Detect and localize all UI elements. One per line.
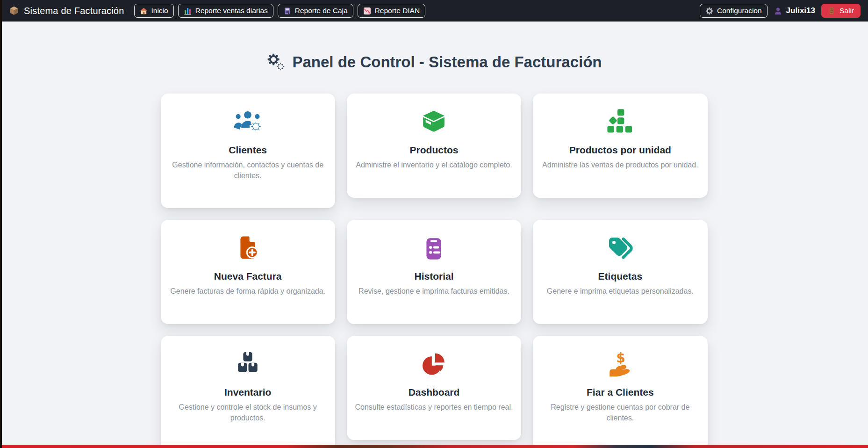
card-title: Historial xyxy=(353,270,515,282)
card-etiquetas[interactable]: EtiquetasGenere e imprima etiquetas pers… xyxy=(533,220,707,324)
hand-dollar-icon: $ xyxy=(539,351,701,380)
box-open-icon xyxy=(353,108,515,137)
card-title: Clientes xyxy=(167,144,329,156)
cubes-stacked-icon xyxy=(539,108,701,137)
bar-chart-icon xyxy=(184,7,192,15)
card-clientes[interactable]: ClientesGestione información, contactos … xyxy=(161,94,335,208)
chart-down-icon xyxy=(363,7,371,15)
main-content: Panel de Control - Sistema de Facturació… xyxy=(0,22,868,448)
tags-icon xyxy=(539,235,701,264)
gears-icon xyxy=(266,52,286,72)
card-inventario[interactable]: InventarioGestione y controle el stock d… xyxy=(161,336,335,448)
card-description: Genere facturas de forma rápida y organi… xyxy=(167,286,329,297)
nav-menu: InicioReporte ventas diariasReporte de C… xyxy=(134,4,426,18)
calculator-icon xyxy=(283,7,291,15)
card-description: Registre y gestione cuentas por cobrar d… xyxy=(539,402,701,423)
svg-text:$: $ xyxy=(616,351,625,366)
window-left-edge xyxy=(0,0,2,448)
card-historial[interactable]: HistorialRevise, gestione e imprima fact… xyxy=(347,220,521,324)
cards-grid: ClientesGestione información, contactos … xyxy=(161,94,708,448)
navbar: Sistema de Facturación InicioReporte ven… xyxy=(0,0,868,22)
config-button[interactable]: Configuracion xyxy=(700,4,768,18)
gear-icon xyxy=(705,7,713,15)
card-description: Revise, gestione e imprima facturas emit… xyxy=(353,286,515,297)
navbar-right: Configuracion Julixi13 Salir xyxy=(700,4,861,18)
card-description: Genere e imprima etiquetas personalizada… xyxy=(539,286,701,297)
home-icon xyxy=(140,7,148,15)
username: Julixi13 xyxy=(786,6,815,15)
card-description: Gestione y controle el stock de insumos … xyxy=(167,402,329,423)
card-productos[interactable]: ProductosAdministre el inventario y el c… xyxy=(347,94,521,198)
user-chip: Julixi13 xyxy=(774,6,815,15)
card-productos-por-unidad[interactable]: Productos por unidadAdministre las venta… xyxy=(533,94,707,198)
card-description: Administre las ventas de productos por u… xyxy=(539,160,701,171)
user-icon xyxy=(774,7,782,15)
app-brand: Sistema de Facturación xyxy=(9,6,124,16)
file-plus-icon xyxy=(167,235,329,264)
card-title: Fiar a Clientes xyxy=(539,386,701,398)
nav-button-label: Reporte ventas diarias xyxy=(195,7,268,15)
card-title: Inventario xyxy=(167,386,329,398)
card-description: Consulte estadísticas y reportes en tiem… xyxy=(353,402,515,413)
nav-button-label: Inicio xyxy=(151,7,168,15)
page-title-label: Panel de Control - Sistema de Facturació… xyxy=(293,53,602,71)
nav-button-reporte-de-caja[interactable]: Reporte de Caja xyxy=(278,4,353,18)
nav-button-inicio[interactable]: Inicio xyxy=(134,4,174,18)
footer-accent-bar xyxy=(0,445,868,448)
logout-button-label: Salir xyxy=(839,7,854,15)
nav-button-label: Reporte de Caja xyxy=(295,7,348,15)
page-title: Panel de Control - Sistema de Facturació… xyxy=(0,22,868,73)
card-nueva-factura[interactable]: Nueva FacturaGenere facturas de forma rá… xyxy=(161,220,335,324)
card-dashboard[interactable]: DashboardConsulte estadísticas y reporte… xyxy=(347,336,521,440)
users-gear-icon xyxy=(167,108,329,137)
card-fiar-a-clientes[interactable]: $Fiar a ClientesRegistre y gestione cuen… xyxy=(533,336,707,448)
door-icon xyxy=(828,7,835,14)
app-brand-label: Sistema de Facturación xyxy=(24,6,124,16)
clipboard-list-icon xyxy=(353,235,515,264)
chart-pie-icon xyxy=(353,351,515,380)
nav-button-label: Reporte DIAN xyxy=(375,7,420,15)
config-button-label: Configuracion xyxy=(717,7,762,15)
package-icon xyxy=(9,6,19,16)
card-title: Etiquetas xyxy=(539,270,701,282)
card-title: Productos por unidad xyxy=(539,144,701,156)
nav-button-reporte-ventas-diarias[interactable]: Reporte ventas diarias xyxy=(178,4,273,18)
card-description: Administre el inventario y el catálogo c… xyxy=(353,160,515,171)
nav-button-reporte-dian[interactable]: Reporte DIAN xyxy=(358,4,425,18)
card-description: Gestione información, contactos y cuenta… xyxy=(167,160,329,181)
boxes-stacked-icon xyxy=(167,351,329,380)
card-title: Productos xyxy=(353,144,515,156)
logout-button[interactable]: Salir xyxy=(821,4,861,18)
card-title: Nueva Factura xyxy=(167,270,329,282)
card-title: Dashboard xyxy=(353,386,515,398)
